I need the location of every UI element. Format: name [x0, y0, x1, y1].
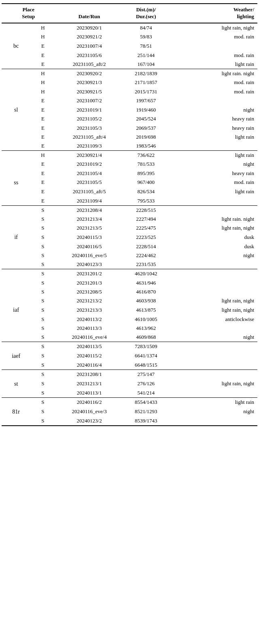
place-empty	[2, 96, 30, 105]
dist-dur: 4603/938	[123, 296, 169, 305]
date-run: 20231109/3	[55, 141, 123, 151]
place-empty	[2, 87, 30, 96]
dist-dur: 4609/868	[123, 333, 169, 342]
run-type: S	[30, 260, 55, 269]
dist-dur: 4610/1005	[123, 315, 169, 324]
weather-lighting: anticlockwise	[169, 315, 257, 324]
place-empty	[2, 60, 30, 69]
place-label: 81r	[2, 407, 30, 417]
dist-dur: 2225/475	[123, 224, 169, 232]
run-type: E	[30, 105, 55, 115]
place-empty	[2, 124, 30, 133]
weather-lighting: heavy rain	[169, 114, 257, 123]
table-row: H20230921/32171/1857mod. rain	[2, 78, 257, 87]
place-empty	[2, 32, 30, 41]
header-place: PlaceSetup	[2, 4, 55, 23]
table-row: S20240116_eve/44609/868night	[2, 333, 257, 342]
weather-lighting	[169, 361, 257, 370]
weather-lighting: light rain	[169, 398, 257, 407]
run-type: S	[30, 342, 55, 351]
place-empty	[2, 296, 30, 305]
dist-dur: 84/74	[123, 23, 169, 32]
date-run: 20231208/4	[55, 205, 123, 215]
weather-lighting	[169, 196, 257, 206]
weather-lighting: heavy rain	[169, 124, 257, 133]
table-row: S20231208/54616/870	[2, 287, 257, 296]
run-type: S	[30, 224, 55, 232]
place-empty	[2, 269, 30, 279]
place-empty	[2, 242, 30, 251]
weather-lighting	[169, 351, 257, 361]
weather-lighting: heavy rain	[169, 169, 257, 178]
table-row: H20230921/259/83mod. rain	[2, 32, 257, 41]
dist-dur: 2227/494	[123, 215, 169, 224]
place-label: sl	[2, 105, 30, 115]
run-type: H	[30, 151, 55, 160]
place-empty	[2, 324, 30, 333]
date-run: 20230920/1	[55, 23, 123, 32]
date-run: 20240116_eve/4	[55, 333, 123, 342]
weather-lighting: light rain, night	[169, 305, 257, 315]
weather-lighting	[169, 41, 257, 51]
weather-lighting	[169, 260, 257, 269]
dist-dur: 2228/514	[123, 242, 169, 251]
weather-lighting	[169, 279, 257, 287]
place-label: ss	[2, 178, 30, 188]
place-empty	[2, 133, 30, 141]
place-empty	[2, 205, 30, 215]
table-row: S20240113/57283/1509	[2, 342, 257, 351]
weather-lighting: night	[169, 407, 257, 417]
weather-lighting: mod. rain	[169, 78, 257, 87]
header-dist: Dist.(m)/Dur.(sec)	[123, 4, 169, 23]
place-empty	[2, 224, 30, 232]
table-row: S20240123/28539/1743	[2, 416, 257, 426]
dist-dur: 2019/698	[123, 133, 169, 141]
weather-lighting: mod. rain	[169, 51, 257, 60]
weather-lighting	[169, 269, 257, 279]
dist-dur: 167/104	[123, 60, 169, 69]
date-run: 20230921/3	[55, 78, 123, 87]
weather-lighting: light rain	[169, 133, 257, 141]
place-label: st	[2, 379, 30, 389]
weather-lighting: light rain, night	[169, 23, 257, 32]
table-row: E20231007/21997/657	[2, 96, 257, 105]
date-run: 20231105/6	[55, 51, 123, 60]
run-type: S	[30, 215, 55, 224]
table-row: S20231208/42228/515	[2, 205, 257, 215]
run-type: H	[30, 69, 55, 78]
run-type: S	[30, 251, 55, 260]
dist-dur: 781/533	[123, 160, 169, 169]
date-run: 20231213/2	[55, 296, 123, 305]
table-row: E20231105/22045/524heavy rain	[2, 114, 257, 123]
dist-dur: 1919/460	[123, 105, 169, 115]
weather-lighting: light rain	[169, 60, 257, 69]
dist-dur: 78/51	[123, 41, 169, 51]
table-row: 81rS20240116_eve/38521/1293night	[2, 407, 257, 417]
table-row: E20231019/2781/533night	[2, 160, 257, 169]
dist-dur: 276/126	[123, 379, 169, 389]
date-run: 20240113/1	[55, 389, 123, 398]
weather-lighting: dusk	[169, 242, 257, 251]
table-row: S20240116_eve/52224/462night	[2, 251, 257, 260]
table-row: S20231213/24603/938light rain, night	[2, 296, 257, 305]
place-empty	[2, 215, 30, 224]
date-run: 20231019/2	[55, 160, 123, 169]
place-empty	[2, 78, 30, 87]
run-type: H	[30, 78, 55, 87]
run-type: E	[30, 141, 55, 151]
date-run: 20231201/2	[55, 269, 123, 279]
run-type: E	[30, 187, 55, 196]
dist-dur: 4620/1042	[123, 269, 169, 279]
table-row: iaefS20240115/26641/1374	[2, 351, 257, 361]
dist-dur: 2224/462	[123, 251, 169, 260]
table-row: S20240113/34613/962	[2, 324, 257, 333]
date-run: 20240116/4	[55, 361, 123, 370]
run-type: S	[30, 279, 55, 287]
dist-dur: 275/147	[123, 370, 169, 379]
date-run: 20231213/5	[55, 224, 123, 232]
data-table: PlaceSetup Date/Run Dist.(m)/Dur.(sec) W…	[2, 3, 257, 426]
dist-dur: 6641/1374	[123, 351, 169, 361]
dist-dur: 736/622	[123, 151, 169, 160]
run-type: S	[30, 324, 55, 333]
table-row: E20231105_aft/2167/104light rain	[2, 60, 257, 69]
